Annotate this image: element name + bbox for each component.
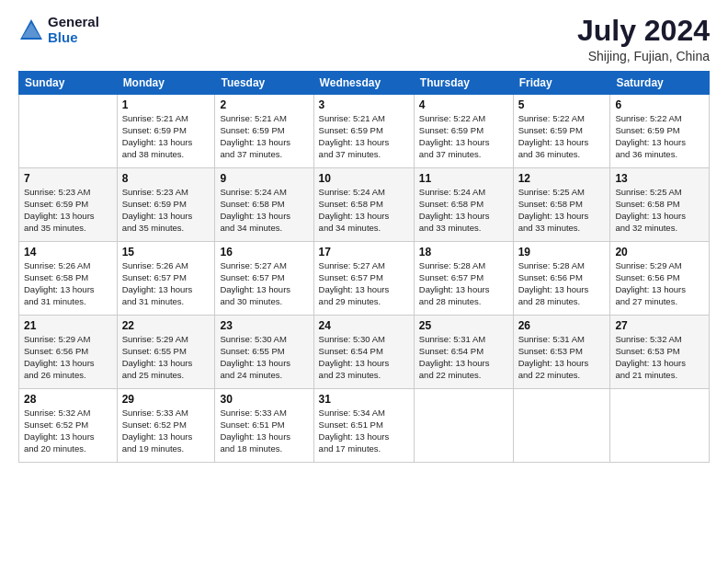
col-header-sunday: Sunday <box>19 72 118 95</box>
week-row-3: 14Sunrise: 5:26 AM Sunset: 6:58 PM Dayli… <box>19 242 710 316</box>
day-number: 13 <box>615 172 704 185</box>
day-info: Sunrise: 5:31 AM Sunset: 6:53 PM Dayligh… <box>518 334 606 381</box>
day-info: Sunrise: 5:23 AM Sunset: 6:59 PM Dayligh… <box>122 187 210 234</box>
calendar-table: SundayMondayTuesdayWednesdayThursdayFrid… <box>18 71 710 463</box>
day-info: Sunrise: 5:28 AM Sunset: 6:56 PM Dayligh… <box>518 260 606 307</box>
day-cell: 8Sunrise: 5:23 AM Sunset: 6:59 PM Daylig… <box>117 168 215 242</box>
day-number: 26 <box>518 319 606 332</box>
day-cell: 4Sunrise: 5:22 AM Sunset: 6:59 PM Daylig… <box>414 95 513 168</box>
day-cell: 23Sunrise: 5:30 AM Sunset: 6:55 PM Dayli… <box>215 316 313 389</box>
main-title: July 2024 <box>577 15 710 47</box>
day-number: 17 <box>319 246 409 259</box>
col-header-thursday: Thursday <box>414 72 513 95</box>
day-number: 10 <box>319 172 409 185</box>
day-cell: 30Sunrise: 5:33 AM Sunset: 6:51 PM Dayli… <box>215 389 313 463</box>
day-cell: 1Sunrise: 5:21 AM Sunset: 6:59 PM Daylig… <box>117 95 215 168</box>
day-number: 14 <box>24 246 112 259</box>
day-cell <box>610 389 710 463</box>
day-info: Sunrise: 5:26 AM Sunset: 6:58 PM Dayligh… <box>24 260 112 307</box>
week-row-5: 28Sunrise: 5:32 AM Sunset: 6:52 PM Dayli… <box>19 389 710 463</box>
day-number: 30 <box>220 393 308 406</box>
col-header-tuesday: Tuesday <box>215 72 313 95</box>
day-cell <box>19 95 118 168</box>
logo-blue-text: Blue <box>48 30 99 46</box>
day-info: Sunrise: 5:28 AM Sunset: 6:57 PM Dayligh… <box>419 260 508 307</box>
day-cell: 3Sunrise: 5:21 AM Sunset: 6:59 PM Daylig… <box>313 95 414 168</box>
header-row: SundayMondayTuesdayWednesdayThursdayFrid… <box>19 72 710 95</box>
day-info: Sunrise: 5:24 AM Sunset: 6:58 PM Dayligh… <box>319 187 409 234</box>
day-number: 18 <box>419 246 508 259</box>
day-cell: 18Sunrise: 5:28 AM Sunset: 6:57 PM Dayli… <box>414 242 513 316</box>
day-cell: 24Sunrise: 5:30 AM Sunset: 6:54 PM Dayli… <box>313 316 414 389</box>
day-cell: 29Sunrise: 5:33 AM Sunset: 6:52 PM Dayli… <box>117 389 215 463</box>
day-cell <box>414 389 513 463</box>
day-cell: 2Sunrise: 5:21 AM Sunset: 6:59 PM Daylig… <box>215 95 313 168</box>
day-number: 28 <box>24 393 112 406</box>
day-number: 21 <box>24 319 112 332</box>
day-info: Sunrise: 5:21 AM Sunset: 6:59 PM Dayligh… <box>122 113 210 160</box>
week-row-4: 21Sunrise: 5:29 AM Sunset: 6:56 PM Dayli… <box>19 316 710 389</box>
day-cell: 7Sunrise: 5:23 AM Sunset: 6:59 PM Daylig… <box>19 168 118 242</box>
day-cell: 6Sunrise: 5:22 AM Sunset: 6:59 PM Daylig… <box>610 95 710 168</box>
day-number: 19 <box>518 246 606 259</box>
day-number: 2 <box>220 98 308 111</box>
day-number: 4 <box>419 98 508 111</box>
day-number: 12 <box>518 172 606 185</box>
logo-general-text: General <box>48 15 99 30</box>
day-info: Sunrise: 5:31 AM Sunset: 6:54 PM Dayligh… <box>419 334 508 381</box>
day-cell: 31Sunrise: 5:34 AM Sunset: 6:51 PM Dayli… <box>313 389 414 463</box>
col-header-saturday: Saturday <box>610 72 710 95</box>
logo-icon <box>18 17 44 43</box>
day-info: Sunrise: 5:21 AM Sunset: 6:59 PM Dayligh… <box>319 113 409 160</box>
day-info: Sunrise: 5:32 AM Sunset: 6:52 PM Dayligh… <box>24 408 112 454</box>
day-number: 1 <box>122 98 210 111</box>
day-cell: 22Sunrise: 5:29 AM Sunset: 6:55 PM Dayli… <box>117 316 215 389</box>
col-header-monday: Monday <box>117 72 215 95</box>
day-number: 23 <box>220 319 308 332</box>
day-cell: 21Sunrise: 5:29 AM Sunset: 6:56 PM Dayli… <box>19 316 118 389</box>
day-cell: 19Sunrise: 5:28 AM Sunset: 6:56 PM Dayli… <box>513 242 610 316</box>
day-info: Sunrise: 5:30 AM Sunset: 6:54 PM Dayligh… <box>319 334 409 381</box>
day-cell: 12Sunrise: 5:25 AM Sunset: 6:58 PM Dayli… <box>513 168 610 242</box>
day-number: 7 <box>24 172 112 185</box>
day-number: 11 <box>419 172 508 185</box>
week-row-2: 7Sunrise: 5:23 AM Sunset: 6:59 PM Daylig… <box>19 168 710 242</box>
day-info: Sunrise: 5:27 AM Sunset: 6:57 PM Dayligh… <box>319 260 409 307</box>
day-info: Sunrise: 5:29 AM Sunset: 6:56 PM Dayligh… <box>24 334 112 381</box>
subtitle: Shijing, Fujian, China <box>577 49 710 63</box>
day-cell: 20Sunrise: 5:29 AM Sunset: 6:56 PM Dayli… <box>610 242 710 316</box>
day-info: Sunrise: 5:25 AM Sunset: 6:58 PM Dayligh… <box>518 187 606 234</box>
day-info: Sunrise: 5:24 AM Sunset: 6:58 PM Dayligh… <box>220 187 308 234</box>
day-info: Sunrise: 5:29 AM Sunset: 6:55 PM Dayligh… <box>122 334 210 381</box>
day-info: Sunrise: 5:34 AM Sunset: 6:51 PM Dayligh… <box>319 408 409 454</box>
day-cell: 27Sunrise: 5:32 AM Sunset: 6:53 PM Dayli… <box>610 316 710 389</box>
day-info: Sunrise: 5:24 AM Sunset: 6:58 PM Dayligh… <box>419 187 508 234</box>
day-number: 8 <box>122 172 210 185</box>
week-row-1: 1Sunrise: 5:21 AM Sunset: 6:59 PM Daylig… <box>19 95 710 168</box>
day-number: 22 <box>122 319 210 332</box>
day-cell: 11Sunrise: 5:24 AM Sunset: 6:58 PM Dayli… <box>414 168 513 242</box>
day-cell: 16Sunrise: 5:27 AM Sunset: 6:57 PM Dayli… <box>215 242 313 316</box>
day-number: 16 <box>220 246 308 259</box>
col-header-wednesday: Wednesday <box>313 72 414 95</box>
day-cell: 13Sunrise: 5:25 AM Sunset: 6:58 PM Dayli… <box>610 168 710 242</box>
day-info: Sunrise: 5:26 AM Sunset: 6:57 PM Dayligh… <box>122 260 210 307</box>
logo-text: General Blue <box>48 15 99 45</box>
day-info: Sunrise: 5:22 AM Sunset: 6:59 PM Dayligh… <box>615 113 704 160</box>
day-info: Sunrise: 5:23 AM Sunset: 6:59 PM Dayligh… <box>24 187 112 234</box>
day-info: Sunrise: 5:22 AM Sunset: 6:59 PM Dayligh… <box>518 113 606 160</box>
day-info: Sunrise: 5:33 AM Sunset: 6:51 PM Dayligh… <box>220 408 308 454</box>
day-info: Sunrise: 5:25 AM Sunset: 6:58 PM Dayligh… <box>615 187 704 234</box>
day-info: Sunrise: 5:30 AM Sunset: 6:55 PM Dayligh… <box>220 334 308 381</box>
day-info: Sunrise: 5:22 AM Sunset: 6:59 PM Dayligh… <box>419 113 508 160</box>
title-block: July 2024 Shijing, Fujian, China <box>577 15 710 63</box>
svg-marker-1 <box>22 23 40 38</box>
day-number: 24 <box>319 319 409 332</box>
day-cell: 26Sunrise: 5:31 AM Sunset: 6:53 PM Dayli… <box>513 316 610 389</box>
day-number: 9 <box>220 172 308 185</box>
day-number: 6 <box>615 98 704 111</box>
day-number: 20 <box>615 246 704 259</box>
day-cell: 5Sunrise: 5:22 AM Sunset: 6:59 PM Daylig… <box>513 95 610 168</box>
day-info: Sunrise: 5:21 AM Sunset: 6:59 PM Dayligh… <box>220 113 308 160</box>
day-cell: 25Sunrise: 5:31 AM Sunset: 6:54 PM Dayli… <box>414 316 513 389</box>
